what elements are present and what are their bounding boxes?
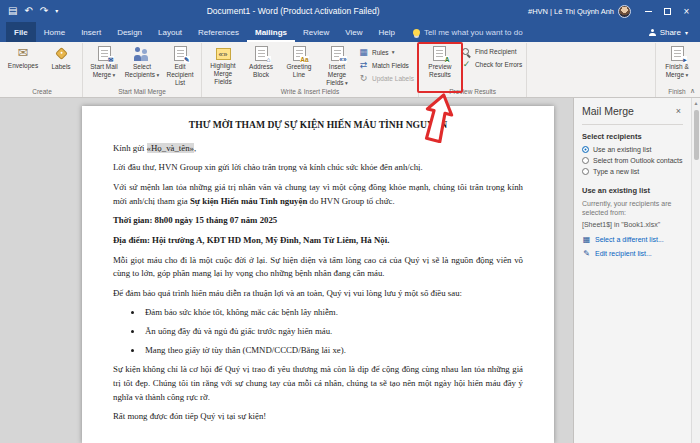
address-block-button[interactable]: ⌂ Address Block [242,43,280,80]
tab-layout[interactable]: Layout [150,22,190,42]
merge-field: «Họ_và_tên» [147,143,194,153]
radio-label: Type a new list [593,168,639,175]
update-labels-icon: ↻ [358,73,369,83]
edit-recipient-list-button[interactable]: ✎ Edit Recipient List [161,43,199,87]
ribbon-group-create: ✉ Envelopes Labels Create [2,43,83,97]
bullet-list: Đảm bảo sức khỏe tốt, không mắc các bệnh… [143,306,523,357]
tab-references[interactable]: References [190,22,247,42]
tab-mailings[interactable]: Mailings [247,22,295,42]
tab-design[interactable]: Design [109,22,150,42]
lightbulb-icon [413,29,420,36]
document-title: THƯ MỜI THAM DỰ SỰ KIỆN HIẾN MÁU TÌNH NG… [113,118,523,133]
qat-customize-caret-icon[interactable]: ▾ [55,6,58,16]
document-paragraph: Mỗi giọt máu cho đi là một cuộc đời ở lạ… [113,254,523,281]
tab-insert[interactable]: Insert [73,22,109,42]
vertical-scrollbar[interactable]: ▲ [691,98,700,443]
arrow-badge-icon: ▸ [683,56,686,63]
tell-me-box[interactable]: Tell me what you want to do [413,22,523,42]
recipients-source: [Sheet1$] in "Book1.xlsx" [582,221,683,228]
preview-results-button[interactable]: A Preview Results [421,43,459,80]
tab-help[interactable]: Help [370,22,402,42]
minimize-button[interactable] [639,1,658,21]
button-label: Preview Results [422,63,458,79]
button-label: Finish & Merge [659,63,695,79]
button-label: Rules [372,49,389,56]
table-icon: ▦ [582,235,591,244]
find-recipient-button[interactable]: Find Recipient [461,47,522,56]
ribbon-group-preview-results: A Preview Results Find Recipient ✓ [419,43,527,97]
button-label: Insert Merge Fields [319,63,355,86]
share-button[interactable]: Share ▾ [637,22,700,42]
radio-label: Use an existing list [593,146,651,153]
radio-outlook-contacts[interactable] [582,157,589,164]
minimize-icon [645,11,652,12]
preview-results-icon: A [433,46,446,61]
recipient-list-icon: ✎ [174,46,187,61]
restore-button[interactable] [658,1,677,21]
magnifier-icon [462,48,469,55]
button-label: Edit Recipient List [162,63,198,86]
radio-type-new-list[interactable] [582,168,589,175]
tell-me-label: Tell me what you want to do [424,28,523,37]
greeting-line-button[interactable]: Aa Greeting Line [280,43,318,80]
check-for-errors-button[interactable]: ✓ Check for Errors [461,59,522,69]
undo-icon[interactable]: ↶ [24,6,32,16]
envelopes-button[interactable]: ✉ Envelopes [4,43,42,71]
select-recipients-heading: Select recipients [582,132,683,141]
main-area: THƯ MỜI THAM DỰ SỰ KIỆN HIẾN MÁU TÌNH NG… [0,98,700,443]
edit-recipient-list-link[interactable]: ✎ Edit recipient list... [582,249,683,258]
greeting-badge-icon: Aa [300,56,308,63]
finish-merge-icon: ▸ [671,46,684,61]
finish-and-merge-button[interactable]: ▸ Finish & Merge [658,43,696,80]
insert-merge-fields-button[interactable]: «» Insert Merge Fields [318,43,356,87]
title-bar: ▤ ↶ ↷ ▾ Document1 - Word (Product Activa… [0,0,700,22]
redo-icon[interactable]: ↷ [40,6,48,16]
highlight-merge-fields-button[interactable]: «» Highlight Merge Fields [204,43,242,86]
scrollbar-thumb[interactable] [694,110,699,160]
rules-button[interactable]: ▦ Rules [358,47,414,57]
recipients-note: Currently, your recipients are selected … [582,199,683,218]
group-label-create: Create [4,88,80,97]
quick-access-toolbar: ▤ ↶ ↷ ▾ [8,6,58,16]
select-recipients-button[interactable]: Select Recipients [123,43,161,80]
document-page[interactable]: THƯ MỜI THAM DỰ SỰ KIỆN HIẾN MÁU TÌNH NG… [82,106,554,443]
ribbon-tab-bar: File Home Insert Design Layout Reference… [0,22,700,42]
radio-row-new-list: Type a new list [582,168,683,175]
button-label: Select Recipients [124,63,160,79]
button-label: Labels [51,63,70,71]
button-label: Start Mail Merge [86,63,122,79]
people-icon [134,47,150,61]
rules-icon: ▦ [358,47,369,57]
word-window: ▤ ↶ ↷ ▾ Document1 - Word (Product Activa… [0,0,700,443]
labels-button[interactable]: Labels [42,43,80,72]
highlight-merge-fields-icon: «» [216,48,231,60]
document-body: THƯ MỜI THAM DỰ SỰ KIỆN HIẾN MÁU TÌNH NG… [113,118,523,424]
scroll-up-icon[interactable]: ▲ [692,100,700,106]
start-mail-merge-button[interactable]: ✉ Start Mail Merge [85,43,123,80]
check-icon: ✓ [461,59,472,69]
document-paragraph: Địa điểm: Hội trường A, KĐT HD Mon, Mỹ Đ… [113,234,523,248]
button-label: Find Recipient [475,48,517,55]
collapse-ribbon-icon[interactable]: ∧ [690,87,695,95]
abc-badge-icon: A [445,56,450,63]
group-label-preview-results: Preview Results [421,88,524,97]
tab-view[interactable]: View [337,22,370,42]
button-label: Highlight Merge Fields [205,62,241,85]
document-paragraph: Thời gian: 8h00 ngày 15 tháng 07 năm 202… [113,214,523,228]
avatar [618,5,631,18]
radio-use-existing-list[interactable] [582,146,589,153]
insert-merge-field-icon: «» [331,46,344,61]
mail-merge-pane: Mail Merge × Select recipients Use an ex… [573,98,691,443]
ribbon-group-write-insert-fields: «» Highlight Merge Fields ⌂ Address Bloc… [202,43,419,97]
envelope-badge-icon: ✉ [108,56,113,63]
tab-review[interactable]: Review [295,22,337,42]
close-button[interactable]: × [677,1,696,21]
select-different-list-link[interactable]: ▦ Select a different list... [582,235,683,244]
save-icon[interactable]: ▤ [8,6,17,16]
tab-home[interactable]: Home [36,22,73,42]
address-block-icon: ⌂ [255,46,268,61]
account-button[interactable]: #HVN | Lê Thị Quỳnh Anh [528,5,631,18]
match-fields-button[interactable]: ⇄ Match Fields [358,60,414,70]
pane-close-icon[interactable]: × [674,106,683,116]
tab-file[interactable]: File [6,22,36,42]
